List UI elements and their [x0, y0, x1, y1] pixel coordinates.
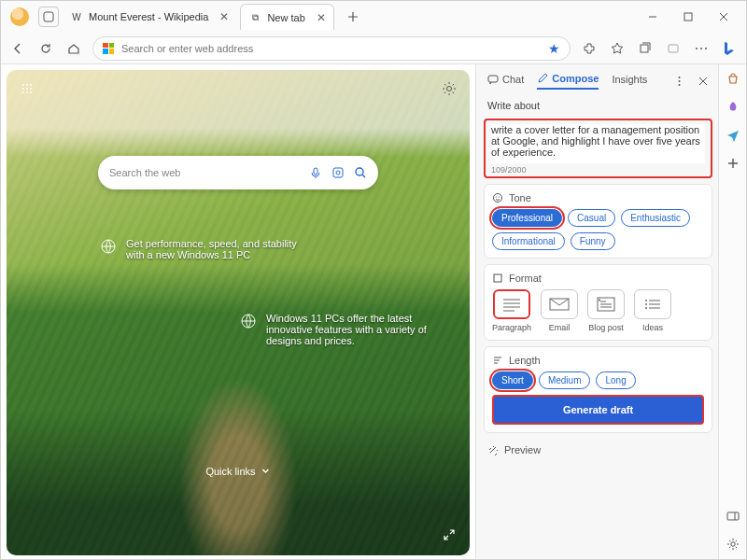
tone-funny[interactable]: Funny	[571, 232, 615, 250]
favorite-icon[interactable]: ★	[548, 41, 560, 56]
collections-icon[interactable]	[636, 39, 655, 58]
tab-insights-label: Insights	[612, 74, 647, 85]
tab-chat[interactable]: Chat	[487, 74, 524, 89]
quick-links[interactable]: Quick links	[205, 466, 270, 477]
address-placeholder: Search or enter web address	[121, 43, 253, 54]
voice-icon[interactable]	[309, 166, 322, 179]
tone-panel: Tone Professional Casual Enthusiastic In…	[484, 184, 712, 259]
sidebar-more-icon[interactable]	[673, 72, 684, 91]
svg-rect-30	[494, 274, 501, 282]
rail-settings-icon[interactable]	[726, 537, 740, 552]
promo-card-2[interactable]: Windows 11 PCs offer the latest innovati…	[240, 313, 445, 346]
format-paragraph-label: Paragraph	[492, 323, 531, 332]
sidebar-tabs: Chat Compose Insights	[484, 70, 712, 92]
tab-actions-button[interactable]	[38, 7, 59, 27]
globe-icon	[100, 238, 117, 255]
svg-point-16	[447, 87, 452, 91]
lens-icon[interactable]	[331, 166, 345, 179]
tab-compose[interactable]: Compose	[537, 73, 599, 90]
profile-avatar[interactable]	[10, 7, 29, 26]
tone-professional[interactable]: Professional	[492, 209, 562, 227]
minimize-button[interactable]	[640, 6, 666, 28]
svg-rect-2	[641, 45, 648, 52]
svg-point-26	[678, 84, 680, 86]
format-ideas-label: Ideas	[642, 323, 663, 332]
ntp-search-box[interactable]: Search the web	[98, 156, 378, 189]
sidebar-close-icon[interactable]	[698, 72, 709, 91]
rail-panel-icon[interactable]	[726, 509, 740, 524]
svg-point-10	[22, 88, 24, 90]
tab-chat-label: Chat	[502, 74, 524, 85]
length-long[interactable]: Long	[596, 371, 635, 389]
preview-label: Preview	[504, 444, 541, 455]
length-short[interactable]: Short	[492, 371, 533, 389]
write-about-input[interactable]	[491, 124, 705, 163]
format-label: Format	[509, 273, 542, 284]
svg-point-12	[30, 88, 32, 90]
expand-icon[interactable]	[440, 525, 458, 544]
newtab-favicon: ⧉	[248, 11, 261, 24]
svg-point-15	[30, 91, 32, 93]
format-blogpost[interactable]: Blog post	[587, 289, 625, 332]
bing-sidebar-icon[interactable]	[720, 39, 739, 58]
search-icon[interactable]	[354, 166, 367, 179]
generate-draft-button[interactable]: Generate draft	[492, 395, 704, 425]
rail-send-icon[interactable]	[726, 128, 740, 143]
svg-rect-1	[684, 13, 692, 21]
format-email[interactable]: Email	[541, 289, 578, 332]
more-icon[interactable]	[692, 39, 711, 58]
extensions-icon[interactable]	[580, 39, 599, 58]
tone-informational[interactable]: Informational	[492, 232, 565, 250]
refresh-button[interactable]	[36, 39, 55, 58]
svg-rect-3	[669, 45, 678, 52]
back-button[interactable]	[8, 39, 27, 58]
svg-point-8	[26, 84, 28, 86]
wikipedia-favicon: W	[70, 10, 83, 23]
apps-grid-icon[interactable]	[18, 79, 36, 98]
rail-games-icon[interactable]	[726, 100, 740, 115]
vertical-app-rail	[718, 64, 746, 559]
search-placeholder: Search the web	[109, 167, 180, 178]
tab-insights[interactable]: Insights	[612, 74, 647, 89]
length-medium[interactable]: Medium	[539, 371, 591, 389]
toolbar: Search or enter web address ★	[1, 33, 746, 64]
rail-shopping-icon[interactable]	[726, 72, 740, 87]
new-tab-button[interactable]	[344, 7, 362, 26]
rail-add-icon[interactable]	[726, 156, 740, 171]
home-button[interactable]	[64, 39, 83, 58]
screenshot-icon[interactable]	[664, 39, 683, 58]
svg-rect-18	[333, 168, 343, 177]
svg-point-25	[678, 80, 680, 82]
close-icon[interactable]: ✕	[219, 10, 229, 23]
svg-point-19	[336, 171, 340, 175]
maximize-button[interactable]	[675, 6, 701, 28]
settings-gear-icon[interactable]	[440, 79, 458, 98]
tone-casual[interactable]: Casual	[568, 209, 615, 227]
promo-text: Windows 11 PCs offer the latest innovati…	[266, 313, 445, 346]
tone-enthusiastic[interactable]: Enthusiastic	[621, 209, 690, 227]
format-paragraph[interactable]: Paragraph	[492, 289, 531, 332]
tone-label: Tone	[509, 192, 531, 203]
promo-card-1[interactable]: Get performance, speed, and stability wi…	[100, 238, 315, 260]
promo-text: Get performance, speed, and stability wi…	[126, 238, 315, 260]
svg-point-13	[22, 91, 24, 93]
svg-point-27	[494, 194, 502, 203]
length-label: Length	[509, 355, 541, 366]
svg-point-4	[696, 48, 698, 49]
format-ideas[interactable]: Ideas	[634, 289, 671, 332]
close-icon[interactable]: ✕	[317, 11, 326, 24]
svg-rect-0	[44, 12, 53, 21]
tab-wikipedia[interactable]: W Mount Everest - Wikipedia ✕	[63, 4, 236, 30]
preview-section[interactable]: Preview	[484, 439, 712, 455]
char-count: 109/2000	[491, 165, 705, 175]
favorites-icon[interactable]	[608, 39, 627, 58]
tab-newtab[interactable]: ⧉ New tab ✕	[240, 4, 333, 30]
svg-rect-17	[314, 168, 317, 175]
svg-point-20	[356, 168, 363, 175]
length-panel: Length Short Medium Long Generate draft	[484, 346, 712, 433]
svg-point-6	[705, 48, 707, 49]
close-window-button[interactable]	[711, 6, 737, 28]
write-about-input-wrap: 109/2000	[484, 119, 712, 178]
address-bar[interactable]: Search or enter web address ★	[92, 36, 571, 61]
svg-point-34	[645, 303, 647, 305]
